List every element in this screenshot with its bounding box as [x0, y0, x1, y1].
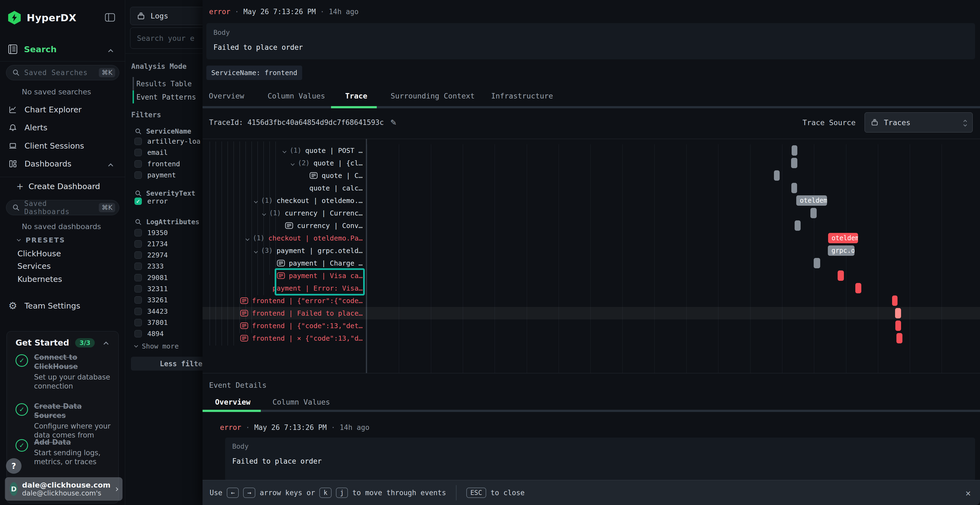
tab-infrastructure[interactable]: Infrastructure — [491, 92, 553, 100]
checkbox[interactable] — [134, 172, 142, 179]
tab-surrounding-context[interactable]: Surrounding Context — [391, 92, 475, 100]
trace-tree-row[interactable]: frontend | Failed to place… — [202, 307, 363, 319]
analysis-mode-results-table[interactable]: Results Table — [136, 80, 192, 88]
span-bar[interactable] — [895, 321, 901, 331]
filter-option-4894[interactable]: 4894 — [134, 330, 164, 338]
checkbox[interactable] — [134, 149, 142, 156]
trace-tree-row[interactable]: currency | Conv… — [202, 219, 363, 232]
presets-toggle[interactable]: PRESETS — [18, 236, 65, 244]
filter-option-33261[interactable]: 33261 — [134, 296, 168, 304]
span-bar[interactable] — [792, 145, 797, 156]
checkbox[interactable] — [134, 251, 142, 259]
checkbox[interactable] — [134, 240, 142, 248]
get-started-item[interactable]: ✓Create Data SourcesConfigure where your… — [16, 402, 113, 440]
chevron-up-icon[interactable] — [108, 49, 113, 54]
span-bar[interactable] — [855, 283, 861, 293]
checkbox[interactable] — [134, 319, 142, 326]
filter-option-29081[interactable]: 29081 — [134, 274, 168, 282]
create-dashboard-button[interactable]: + Create Dashboard — [16, 181, 100, 192]
filter-option-32311[interactable]: 32311 — [134, 285, 168, 293]
checkbox[interactable] — [134, 138, 142, 145]
chevron-up-icon[interactable] — [108, 164, 113, 168]
details-tab-overview[interactable]: Overview — [215, 398, 250, 406]
filter-option-frontend[interactable]: frontend — [134, 160, 180, 168]
span-bar[interactable] — [810, 208, 817, 218]
filter-option-19350[interactable]: 19350 — [134, 229, 168, 237]
tab-overview[interactable]: Overview — [209, 92, 244, 100]
chevron-down-icon[interactable] — [291, 161, 294, 166]
sidebar-item-dashboards[interactable]: Dashboards — [8, 159, 71, 168]
trace-tree-row[interactable]: payment | Error: Visa… — [202, 282, 363, 294]
span-bar[interactable] — [838, 270, 844, 281]
service-name-chip[interactable]: ServiceName: frontend — [206, 65, 302, 80]
checkbox[interactable] — [134, 330, 142, 337]
chevron-down-icon[interactable] — [263, 211, 266, 216]
user-menu[interactable]: D dale@clickhouse.com dale@clickhouse.co… — [5, 477, 123, 501]
sidebar-preset-clickhouse[interactable]: ClickHouse — [18, 249, 61, 258]
span-bar[interactable] — [895, 308, 901, 318]
saved-searches-input[interactable]: Saved Searches ⌘K — [6, 65, 119, 80]
checkbox[interactable] — [134, 285, 142, 292]
span-bar[interactable]: oteldemo… — [828, 233, 858, 243]
trace-tree-row[interactable]: (1)currency | Currenc… — [202, 207, 363, 219]
sidebar-item-client-sessions[interactable]: Client Sessions — [8, 141, 84, 151]
help-button[interactable]: ? — [6, 458, 22, 474]
close-icon[interactable]: ✕ — [966, 488, 971, 498]
trace-tree-row[interactable]: frontend | {"code":13,"det… — [202, 319, 363, 332]
checkbox[interactable] — [134, 160, 142, 168]
chevron-up-icon[interactable] — [103, 342, 108, 347]
trace-tree-row[interactable]: quote | calc… — [202, 182, 363, 194]
filter-option-error[interactable]: ✓error — [134, 197, 168, 205]
filter-option-21734[interactable]: 21734 — [134, 240, 168, 248]
span-bar[interactable] — [791, 183, 797, 193]
filter-option-email[interactable]: email — [134, 149, 168, 156]
sidebar-item-alerts[interactable]: Alerts — [8, 123, 48, 132]
trace-tree-row[interactable]: payment | Charge … — [202, 257, 363, 269]
trace-tree-row[interactable]: (3)payment | grpc.oteld… — [202, 245, 363, 257]
trace-tree-row[interactable]: (2)quote | {cl… — [202, 157, 363, 169]
sidebar-preset-services[interactable]: Services — [18, 262, 51, 271]
trace-tree-row[interactable]: (1)checkout | oteldemo.… — [202, 194, 363, 207]
sidebar-collapse-icon[interactable] — [105, 13, 115, 22]
show-more-button[interactable]: Show more — [135, 342, 178, 350]
span-bar[interactable] — [774, 170, 780, 181]
filter-option-34423[interactable]: 34423 — [134, 308, 168, 315]
chevron-down-icon[interactable] — [255, 199, 257, 204]
span-bar[interactable] — [892, 295, 897, 306]
trace-tree-row[interactable]: (1)quote | POST … — [202, 144, 363, 157]
trace-source-dropdown[interactable]: Traces — [865, 113, 973, 132]
chevron-down-icon[interactable] — [246, 236, 249, 241]
checkbox[interactable] — [134, 229, 142, 237]
trace-tree-row[interactable]: frontend | {"error":{"code… — [202, 294, 363, 307]
trace-tree-row[interactable]: quote | C… — [202, 169, 363, 182]
filter-option-22974[interactable]: 22974 — [134, 251, 168, 259]
filter-option-2333[interactable]: 2333 — [134, 262, 164, 270]
span-bar[interactable] — [795, 221, 800, 231]
trace-tree-row[interactable]: payment | Visa ca… — [202, 269, 363, 282]
sidebar-section-search[interactable]: Search — [8, 44, 57, 54]
checkbox[interactable] — [134, 274, 142, 281]
checkbox[interactable] — [134, 262, 142, 270]
get-started-item[interactable]: ✓Add DataStart sending logs, metrics, or… — [16, 438, 113, 466]
span-bar[interactable]: grpc.ot… — [828, 245, 854, 256]
sidebar-item-chart-explorer[interactable]: Chart Explorer — [8, 105, 82, 114]
checkbox[interactable] — [134, 296, 142, 304]
checkbox[interactable]: ✓ — [134, 197, 142, 205]
sidebar-item-team-settings[interactable]: ⚙ Team Settings — [8, 300, 80, 311]
trace-tree-row[interactable]: frontend | × {"code":13,"d… — [202, 332, 363, 345]
span-bar[interactable]: oteldemo… — [796, 195, 827, 206]
saved-dashboards-input[interactable]: Saved Dashboards ⌘K — [6, 200, 119, 215]
pencil-icon[interactable]: ✎ — [390, 118, 397, 127]
span-bar[interactable] — [896, 333, 902, 343]
trace-tree-row[interactable]: (1)checkout | oteldemo.Pa… — [202, 232, 363, 245]
chevron-down-icon[interactable] — [283, 149, 286, 154]
filter-option-37801[interactable]: 37801 — [134, 319, 168, 327]
checkbox[interactable] — [134, 308, 142, 315]
analysis-mode-event-patterns[interactable]: Event Patterns — [136, 93, 196, 101]
span-bar[interactable] — [814, 258, 820, 268]
span-bar[interactable] — [791, 158, 797, 168]
details-tab-column-values[interactable]: Column Values — [272, 398, 330, 406]
tab-column-values[interactable]: Column Values — [267, 92, 325, 100]
filter-option-payment[interactable]: payment — [134, 171, 176, 179]
get-started-item[interactable]: ✓Connect to ClickHouseSet up your databa… — [16, 353, 113, 391]
